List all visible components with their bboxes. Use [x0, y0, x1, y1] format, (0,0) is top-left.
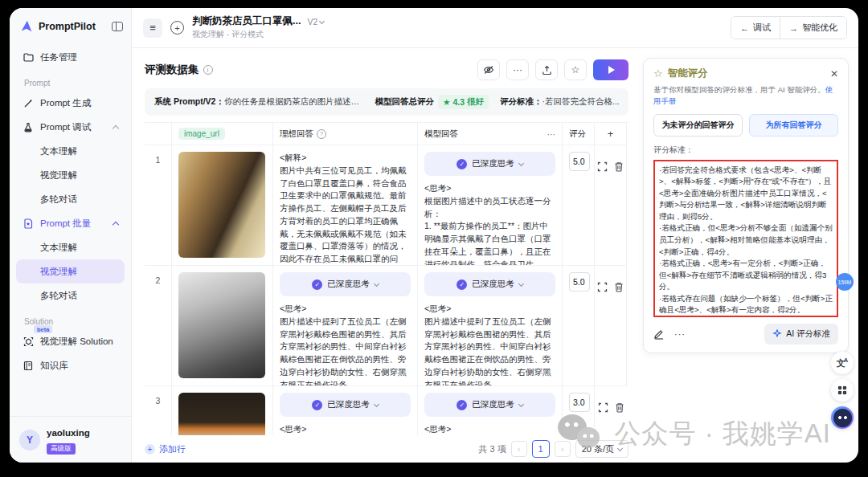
check-icon: ✓ [457, 159, 467, 169]
sidebar-subitem-batch-text[interactable]: 文本理解 [16, 235, 125, 259]
panel-title: 智能评分 [668, 67, 825, 80]
chevron-down-icon [518, 160, 524, 165]
expand-row-button[interactable] [597, 161, 608, 173]
model-answer-cell[interactable]: ✓已深度思考 <思考> 图片描述中提到了五位员工（左侧穿黑衬衫戴棕色围裙的男性、… [418, 266, 563, 386]
delete-row-button[interactable] [615, 402, 624, 414]
favorite-button[interactable]: ☆ [564, 59, 587, 80]
col-header-ideal[interactable]: 理想回答? [273, 123, 418, 145]
col-header-image[interactable]: image_url [172, 123, 273, 145]
model-answer-cell[interactable]: ✓已深度思考 <思考> 根据图片描述中的员工状态逐一分析： 1. **最前方操作… [418, 145, 563, 266]
chevron-down-icon [518, 401, 524, 406]
ai-criteria-button[interactable]: AI 评分标准 [764, 324, 838, 344]
score-input[interactable]: 3.0 [569, 393, 590, 412]
score-input[interactable]: 5.0 [569, 152, 590, 171]
criteria-preview: 评分标准：·若回答完全符合格... [500, 96, 619, 108]
score-cell[interactable]: 5.0 [563, 266, 595, 386]
hide-column-button[interactable] [477, 59, 500, 80]
ai-criteria-label: AI 评分标准 [786, 328, 830, 340]
sidebar-item-prompt-batch[interactable]: Prompt 批量 [16, 211, 125, 235]
criteria-textarea[interactable]: ·若回答完全符合格式要求（包含<思考>、<判断>、<解释>标签，<判断>用"存在… [653, 160, 838, 317]
menu-button[interactable]: ≡ [143, 18, 162, 38]
deep-think-chip[interactable]: ✓已深度思考 [424, 152, 555, 176]
total-score-label: 模型回答总评分 [375, 96, 434, 108]
page-size-select[interactable]: 20 条/页 [575, 440, 628, 458]
score-all-button[interactable]: 为所有回答评分 [749, 114, 838, 137]
add-row-button[interactable]: +添加行 [145, 443, 186, 455]
apps-grid-button[interactable] [831, 379, 854, 402]
sidebar-subitem-debug-vision[interactable]: 视觉理解 [16, 163, 125, 187]
criteria-label: 评分标准： [653, 145, 838, 156]
row-image-cell[interactable] [172, 145, 273, 266]
ideal-answer-cell[interactable]: ✓已深度思考 <思考> 图片描述中提到了五位员工（左侧穿黑衬衫戴棕色围裙的男性、… [273, 266, 418, 386]
deep-think-chip[interactable]: ✓已深度思考 [280, 393, 411, 417]
chevron-up-icon [113, 221, 119, 227]
sidebar-item-prompt-debug[interactable]: Prompt 调试 [16, 115, 125, 139]
debug-label: 调试 [753, 22, 771, 34]
subitem-label: 文本理解 [40, 242, 77, 254]
sidebar-item-knowledge-base[interactable]: 知识库 [16, 353, 125, 377]
score-unrated-button[interactable]: 为未评分的回答评分 [653, 114, 743, 137]
smart-optimize-button[interactable]: →智能优化 [780, 17, 846, 39]
sidebar-subitem-batch-vision[interactable]: 视觉理解 [16, 259, 125, 283]
model-answer-cell[interactable]: ✓已深度思考 <思考> [418, 386, 563, 435]
row-image-cell[interactable] [172, 266, 273, 386]
sidebar-item-task-management[interactable]: 任务管理 [16, 45, 125, 69]
deep-think-chip[interactable]: ✓已深度思考 [424, 272, 555, 296]
deep-think-chip[interactable]: ✓已深度思考 [424, 393, 555, 417]
debug-button[interactable]: ←调试 [731, 17, 780, 39]
score-value: 4.3 [452, 97, 465, 107]
export-button[interactable] [535, 59, 558, 80]
next-page-button[interactable]: › [555, 441, 571, 457]
sidebar: PromptPilot 任务管理 Prompt Prompt 生成 [10, 8, 132, 463]
expand-row-button[interactable] [597, 282, 608, 293]
sidebar-subitem-batch-multiturn[interactable]: 多轮对话 [16, 283, 125, 308]
current-page[interactable]: 1 [532, 440, 550, 458]
info-icon[interactable]: i [203, 65, 213, 75]
subitem-label: 多轮对话 [40, 194, 77, 206]
translate-button[interactable]: 文A [831, 352, 854, 374]
row-image[interactable] [178, 152, 265, 258]
sidebar-subitem-debug-text[interactable]: 文本理解 [16, 139, 125, 163]
edit-criteria-button[interactable] [653, 328, 665, 340]
ideal-answer-text: <思考> [280, 423, 411, 435]
image-url-tag: image_url [178, 128, 225, 140]
ideal-answer-cell[interactable]: ✓已深度思考 <思考> [273, 386, 418, 435]
row-image[interactable] [178, 393, 265, 435]
col-header-score[interactable]: 评分 [563, 123, 595, 145]
row-image[interactable] [178, 272, 265, 378]
score-cell[interactable]: 5.0 [563, 145, 595, 266]
delete-row-button[interactable] [614, 282, 624, 293]
total-score: 模型回答总评分 ★4.3很好 [375, 95, 489, 109]
delete-row-button[interactable] [614, 161, 624, 173]
user-profile[interactable]: Y yaoluxing 高级版 [10, 416, 131, 463]
question-icon: ? [317, 129, 326, 139]
user-name: yaoluxing [47, 428, 90, 438]
sidebar-subitem-debug-multiturn[interactable]: 多轮对话 [16, 187, 125, 211]
row-image-cell[interactable] [172, 386, 273, 435]
ideal-answer-cell[interactable]: <解释> 图片中共有三位可见员工，均佩戴了白色口罩且覆盖口鼻，符合食品卫生要求中… [273, 145, 418, 266]
system-prompt-bar[interactable]: 系统 Prompt/V2：你的任务是根据奶茶店的图片描述，判断奶茶... 模型回… [145, 88, 628, 116]
more-button[interactable]: ··· [506, 59, 529, 80]
sidebar-item-prompt-generate[interactable]: Prompt 生成 [16, 91, 125, 115]
sidebar-collapse-icon[interactable] [112, 22, 123, 31]
doc-title-block: 判断奶茶店员工口罩佩... V2 视觉理解 - 评分模式 [192, 15, 324, 39]
smart-scoring-panel: ☆ 智能评分 ✕ 基于你对模型回答的评分标准，用于 AI 智能评分。使用手册 为… [643, 58, 849, 353]
brand-name: PromptPilot [39, 21, 107, 32]
column-more-icon[interactable]: ··· [547, 129, 556, 139]
expand-row-button[interactable] [598, 402, 608, 414]
close-icon[interactable]: ✕ [830, 68, 838, 80]
new-task-button[interactable]: + [170, 21, 184, 35]
row-index: 1 [145, 145, 172, 266]
chevron-down-icon [319, 18, 325, 24]
col-header-model[interactable]: 模型回答··· [418, 123, 563, 145]
score-input[interactable]: 5.0 [569, 272, 590, 292]
score-cell[interactable]: 3.0 [563, 386, 595, 435]
run-button[interactable] [593, 59, 628, 80]
prev-page-button[interactable]: ‹ [511, 441, 527, 457]
criteria-more-button[interactable]: ··· [674, 329, 686, 339]
ai-assistant-button[interactable] [831, 406, 854, 429]
deep-think-chip[interactable]: ✓已深度思考 [280, 272, 411, 296]
add-column-button[interactable]: + [595, 123, 627, 145]
version-dropdown[interactable]: V2 [307, 17, 324, 27]
sidebar-item-vision-solution[interactable]: beta 视觉理解 Solution [16, 329, 125, 353]
